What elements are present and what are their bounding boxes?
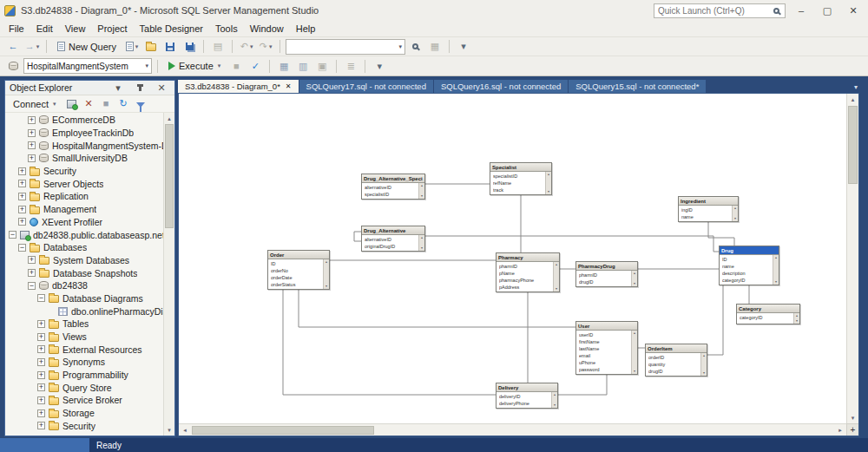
tree-item-smalluniversitydb[interactable]: +SmallUniversityDB (5, 152, 163, 165)
filter-icon[interactable] (134, 97, 148, 111)
tree-item-programmability[interactable]: +Programmability (5, 369, 163, 382)
debug-target-combo[interactable]: ▾ (286, 39, 405, 55)
diagram-canvas[interactable]: Drug_Alternative_SpecialternativeIDspeci… (179, 94, 846, 423)
tree-item-security[interactable]: +Security (5, 420, 163, 433)
close-panel-icon[interactable]: ✕ (153, 80, 170, 95)
relationship-user-delivery[interactable] (558, 373, 607, 395)
tree-item-views[interactable]: +Views (5, 331, 163, 344)
tree-item-replication[interactable]: +Replication (5, 190, 163, 203)
pin-icon[interactable] (131, 80, 148, 95)
scroll-up-icon[interactable]: ▴ (773, 255, 779, 260)
scroll-up-icon[interactable]: ▴ (847, 94, 858, 105)
scroll-up-icon[interactable]: ▴ (419, 183, 424, 188)
expand-icon[interactable]: + (18, 206, 26, 213)
relationship-drug-alternative-drug[interactable] (425, 236, 719, 252)
attach-icon[interactable]: ▦ (426, 39, 444, 55)
entity-scrollbar[interactable]: ▴▾ (323, 259, 329, 289)
save-icon[interactable] (161, 39, 179, 55)
entity-scrollbar[interactable]: ▴▾ (418, 235, 424, 251)
entity-scrollbar[interactable]: ▴▾ (700, 353, 707, 376)
scroll-down-icon[interactable]: ▾ (324, 284, 329, 289)
quick-launch-box[interactable] (654, 3, 786, 18)
tab-list-icon[interactable]: ▾ (854, 83, 858, 91)
tab-s3-db24838-diagram-0[interactable]: S3.db24838 - Diagram_0*✕ (178, 80, 299, 93)
scroll-thumb[interactable] (192, 426, 374, 435)
scroll-down-icon[interactable]: ▾ (773, 279, 779, 285)
stop-icon[interactable]: ■ (99, 97, 114, 111)
tree-item-service-broker[interactable]: +Service Broker (5, 394, 163, 407)
relationship-drug-orderitem[interactable] (707, 284, 723, 355)
pan-button[interactable]: + (846, 423, 858, 436)
tree-item-external-resources[interactable]: +External Resources (5, 343, 163, 356)
tree-item-management[interactable]: +Management (5, 203, 163, 216)
scroll-down-icon[interactable]: ▾ (632, 281, 637, 286)
expand-icon[interactable]: + (37, 320, 45, 328)
scroll-down-icon[interactable]: ▾ (164, 424, 174, 436)
entity-scrollbar[interactable]: ▴▾ (551, 392, 557, 408)
save-all-icon[interactable] (181, 39, 198, 55)
disconnect-icon[interactable]: ✕ (82, 97, 96, 111)
menu-tools[interactable]: Tools (209, 22, 244, 36)
scroll-down-icon[interactable]: ▾ (419, 193, 424, 199)
new-file-icon[interactable]: ▾ (123, 39, 141, 55)
tree-item-db24838-public-databaseasp-net-sql[interactable]: −db24838.public.databaseasp.net (SQL (5, 228, 163, 241)
nav-back-icon[interactable]: ← (4, 39, 22, 55)
relationship-order-delivery[interactable] (283, 288, 496, 395)
quick-launch-input[interactable] (658, 6, 771, 16)
canvas-vertical-scrollbar[interactable]: ▴ ▾ (846, 94, 858, 423)
scroll-up-icon[interactable]: ▴ (546, 172, 551, 177)
scroll-down-icon[interactable]: ▾ (701, 370, 707, 376)
entity-scrollbar[interactable]: ▴▾ (773, 255, 779, 285)
parse-icon[interactable]: ✓ (247, 58, 264, 74)
tree-item-storage[interactable]: +Storage (5, 407, 163, 420)
estimated-plan-icon[interactable]: ▦ (275, 58, 293, 74)
results-grid-icon[interactable]: ≣ (342, 58, 359, 74)
tree-item-query-store[interactable]: +Query Store (5, 381, 163, 394)
close-button[interactable]: ✕ (843, 3, 864, 19)
relationship-ingredient-drug[interactable] (708, 220, 734, 246)
open-file-icon[interactable] (142, 39, 160, 55)
tree-item-server-objects[interactable]: +Server Objects (5, 177, 163, 190)
scroll-down-icon[interactable]: ▾ (554, 286, 559, 292)
tree-item-employeetrackindb[interactable]: +EmployeeTrackinDb (5, 127, 163, 140)
tree-item-hospitalmangmentsystem-db[interactable]: +HospitalMangmentSystem-DB (5, 139, 163, 152)
query-options-icon[interactable]: ▥ (294, 58, 312, 74)
entity-order[interactable]: OrderIDorderNoorderDateorderStatus▴▾ (267, 250, 330, 290)
undo-icon[interactable]: ↶▾ (238, 39, 255, 55)
scroll-down-icon[interactable]: ▾ (847, 412, 858, 423)
canvas-horizontal-scrollbar[interactable]: ◂ ▸ (179, 423, 846, 436)
entity-pharmacy[interactable]: PharmacypharmIDpNamepharmacyPhonepAddres… (496, 252, 560, 292)
tree-item-database-snapshots[interactable]: +Database Snapshots (5, 266, 163, 279)
expand-icon[interactable]: + (18, 180, 26, 187)
scroll-up-icon[interactable]: ▴ (632, 271, 637, 276)
tree-item-database-diagrams[interactable]: −Database Diagrams (5, 292, 163, 305)
scroll-thumb[interactable] (165, 124, 174, 228)
menu-help[interactable]: Help (290, 22, 322, 36)
menu-table-designer[interactable]: Table Designer (134, 22, 209, 36)
tab-sqlquery16-sql-not-connected[interactable]: SQLQuery16.sql - not connected (434, 80, 568, 93)
expand-icon[interactable]: + (37, 358, 45, 366)
database-combo[interactable]: HospitalMangmentSystem▾ (23, 58, 152, 74)
scroll-up-icon[interactable]: ▴ (733, 206, 738, 211)
collapse-icon[interactable]: − (37, 294, 45, 302)
refresh-icon[interactable]: ↻ (116, 97, 131, 111)
entity-scrollbar[interactable]: ▴▾ (545, 172, 551, 194)
relationship-drug-alternative-self[interactable] (354, 232, 361, 241)
scroll-down-icon[interactable]: ▾ (419, 246, 424, 251)
expand-icon[interactable]: + (37, 383, 45, 391)
entity-delivery[interactable]: DeliverydeliveryIDdeliveryPhone▴▾ (496, 383, 558, 409)
tree-item-xevent-profiler[interactable]: +XEvent Profiler (5, 216, 163, 229)
expand-icon[interactable]: + (37, 422, 45, 429)
expand-icon[interactable]: + (18, 218, 26, 226)
entity-scrollbar[interactable]: ▴▾ (631, 271, 637, 286)
entity-specialist[interactable]: SpecialistspecialistIDrefNametrack▴▾ (490, 162, 552, 195)
scroll-up-icon[interactable]: ▴ (554, 262, 559, 267)
scroll-up-icon[interactable]: ▴ (632, 331, 637, 336)
menu-file[interactable]: File (3, 22, 30, 36)
entity-user[interactable]: UseruserIDfirstNamelastNameemailuPhonepa… (575, 321, 638, 375)
window-position-icon[interactable]: ▾ (109, 80, 127, 95)
collapse-icon[interactable]: − (28, 282, 36, 290)
minimize-button[interactable]: – (791, 3, 812, 19)
tree-item-tables[interactable]: +Tables (5, 318, 163, 331)
scroll-thumb[interactable] (848, 106, 858, 184)
